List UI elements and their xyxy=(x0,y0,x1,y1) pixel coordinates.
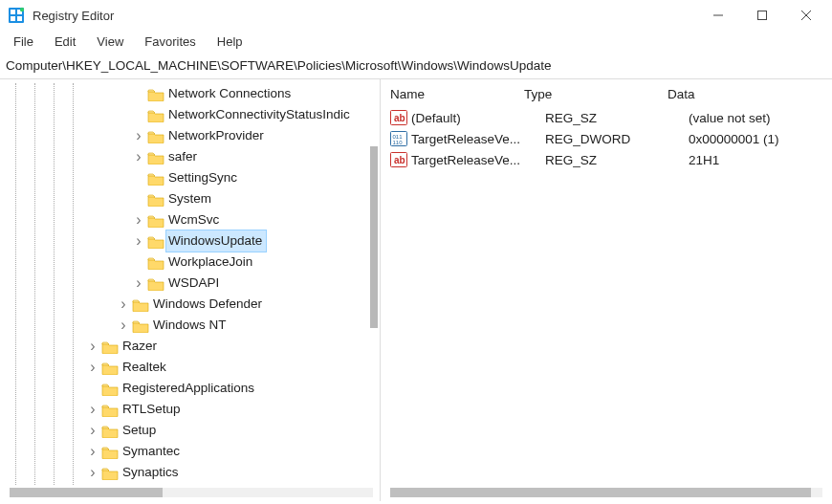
tree-item-label: Network Connections xyxy=(168,83,291,104)
svg-rect-3 xyxy=(11,16,15,21)
tree-item[interactable]: RegisteredApplications xyxy=(2,378,380,399)
tree-item-label: NetworkProvider xyxy=(168,125,264,146)
tree-item-label: WindowsUpdate xyxy=(166,230,266,252)
chevron-right-icon[interactable]: › xyxy=(132,234,145,248)
value-name: (Default) xyxy=(411,111,545,125)
right-hscroll-thumb[interactable] xyxy=(390,488,811,497)
chevron-right-icon[interactable]: › xyxy=(132,276,145,290)
value-data: 0x00000001 (1) xyxy=(689,132,832,146)
folder-icon xyxy=(101,382,119,395)
tree-item-label: WSDAPI xyxy=(168,273,219,294)
tree-item[interactable]: ›Setup xyxy=(2,420,380,441)
vertical-scrollbar[interactable] xyxy=(370,146,378,328)
tree-spacer xyxy=(132,192,145,206)
value-row[interactable]: (Default)REG_SZ(value not set) xyxy=(381,107,832,128)
tree-item[interactable]: WorkplaceJoin xyxy=(2,252,380,273)
binary-value-icon xyxy=(390,131,407,146)
tree-item[interactable]: SettingSync xyxy=(2,167,380,188)
maximize-button[interactable] xyxy=(740,1,784,30)
folder-icon xyxy=(147,213,164,227)
tree-item[interactable]: ›WindowsUpdate xyxy=(2,230,380,252)
tree-item[interactable]: ›Windows NT xyxy=(2,315,380,336)
folder-icon xyxy=(101,361,119,374)
folder-icon xyxy=(147,234,164,248)
folder-icon xyxy=(147,108,164,121)
tree-item[interactable]: ›safer xyxy=(2,146,380,167)
tree-item[interactable]: Network Connections xyxy=(2,83,380,104)
folder-icon xyxy=(147,276,164,290)
tree-item[interactable]: ›Symantec xyxy=(2,441,380,462)
tree-spacer xyxy=(132,108,145,121)
col-header-name[interactable]: Name xyxy=(381,87,524,101)
folder-icon xyxy=(147,129,164,142)
left-hscroll-thumb[interactable] xyxy=(10,488,163,497)
menu-file[interactable]: File xyxy=(4,33,43,51)
menu-favorites[interactable]: Favorites xyxy=(135,33,205,51)
tree-item[interactable]: ›NetworkProvider xyxy=(2,125,380,146)
folder-icon xyxy=(101,445,119,458)
tree-item[interactable]: ›Synaptics xyxy=(2,462,380,483)
value-data: 21H1 xyxy=(689,153,832,167)
value-row[interactable]: TargetReleaseVe...REG_SZ21H1 xyxy=(381,149,832,170)
tree-item-label: Setup xyxy=(122,420,156,441)
chevron-right-icon[interactable]: › xyxy=(117,297,130,311)
tree-item[interactable]: System xyxy=(2,188,380,209)
tree-item-label: RegisteredApplications xyxy=(122,378,254,399)
chevron-right-icon[interactable]: › xyxy=(86,340,99,353)
tree-pane[interactable]: Network ConnectionsNetworkConnectivitySt… xyxy=(0,79,381,501)
value-data: (value not set) xyxy=(689,111,832,125)
value-type: REG_SZ xyxy=(545,153,689,167)
chevron-right-icon[interactable]: › xyxy=(132,213,145,227)
folder-icon xyxy=(147,87,164,100)
chevron-right-icon[interactable]: › xyxy=(86,424,99,437)
tree-item-label: SettingSync xyxy=(168,167,237,188)
value-row[interactable]: TargetReleaseVe...REG_DWORD0x00000001 (1… xyxy=(381,128,832,149)
chevron-right-icon[interactable]: › xyxy=(132,150,145,164)
tree-item-label: Realtek xyxy=(122,357,166,378)
menu-help[interactable]: Help xyxy=(208,33,252,51)
chevron-right-icon[interactable]: › xyxy=(86,466,99,479)
svg-rect-1 xyxy=(11,10,15,14)
tree-item-label: WorkplaceJoin xyxy=(168,252,252,273)
folder-icon xyxy=(101,466,119,479)
tree-item[interactable]: ›RTLSetup xyxy=(2,399,380,420)
title-bar: Registry Editor xyxy=(0,0,832,31)
folder-icon xyxy=(132,297,149,311)
tree-item[interactable]: ›Realtek xyxy=(2,357,380,378)
values-pane[interactable]: Name Type Data (Default)REG_SZ(value not… xyxy=(381,79,832,501)
minimize-button[interactable] xyxy=(696,1,740,30)
chevron-right-icon[interactable]: › xyxy=(86,361,99,374)
chevron-right-icon[interactable]: › xyxy=(132,129,145,142)
tree-item-label: RTLSetup xyxy=(122,399,181,420)
tree-spacer xyxy=(132,87,145,100)
string-value-icon xyxy=(390,152,407,167)
tree-item-label: System xyxy=(168,188,211,209)
chevron-right-icon[interactable]: › xyxy=(117,318,130,332)
chevron-right-icon[interactable]: › xyxy=(86,445,99,458)
folder-icon xyxy=(101,403,119,416)
folder-icon xyxy=(101,340,119,353)
tree-item-label: Razer xyxy=(122,336,157,357)
value-type: REG_DWORD xyxy=(545,132,689,146)
tree-item[interactable]: NetworkConnectivityStatusIndic xyxy=(2,104,380,125)
chevron-right-icon[interactable]: › xyxy=(86,403,99,416)
tree-item[interactable]: ›Windows Defender xyxy=(2,294,380,315)
tree-item-label: Symantec xyxy=(122,441,180,462)
col-header-type[interactable]: Type xyxy=(524,87,668,101)
string-value-icon xyxy=(390,110,407,125)
folder-icon xyxy=(147,171,164,185)
folder-icon xyxy=(147,150,164,164)
tree-item[interactable]: ›Razer xyxy=(2,336,380,357)
tree-item-label: Windows Defender xyxy=(153,294,262,315)
tree-item[interactable]: ›WcmSvc xyxy=(2,209,380,230)
tree-item-label: WcmSvc xyxy=(168,209,219,230)
folder-icon xyxy=(101,424,119,437)
address-bar[interactable]: Computer\HKEY_LOCAL_MACHINE\SOFTWARE\Pol… xyxy=(0,55,832,79)
menu-edit[interactable]: Edit xyxy=(45,33,85,51)
list-header[interactable]: Name Type Data xyxy=(381,83,832,107)
col-header-data[interactable]: Data xyxy=(668,87,832,101)
close-button[interactable] xyxy=(784,1,828,30)
menu-view[interactable]: View xyxy=(87,33,133,51)
folder-icon xyxy=(147,255,164,269)
tree-item[interactable]: ›WSDAPI xyxy=(2,273,380,294)
